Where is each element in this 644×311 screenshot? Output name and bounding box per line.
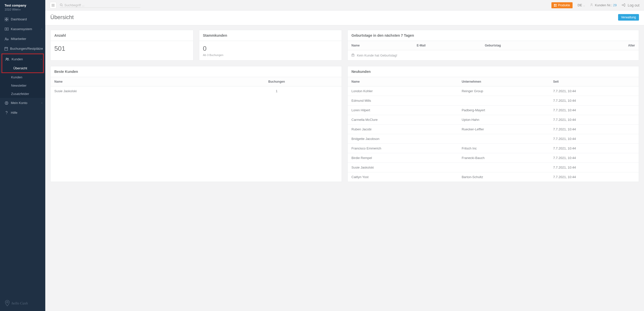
card-stammkunden: Stammkunden 0 Ab 3 Buchungen xyxy=(199,30,342,61)
cell-name: Edmund Mills xyxy=(348,96,458,106)
user-icon xyxy=(590,3,594,7)
table-row[interactable]: London KohlerReinger Group7.7.2021, 10:4… xyxy=(348,86,639,96)
sidebar-sub-newsletter[interactable]: Newsletter xyxy=(0,81,45,90)
cell-name: Susie Jaskolski xyxy=(51,86,212,96)
customer-number-value[interactable]: 29 xyxy=(613,3,617,7)
table-row[interactable]: Francisco EmmerichFritsch Inc7.7.2021, 1… xyxy=(348,144,639,153)
language-selector[interactable]: DE⌄ xyxy=(578,3,585,7)
produkte-button[interactable]: Produkte xyxy=(551,2,573,8)
menu-toggle-button[interactable] xyxy=(50,2,56,9)
svg-point-6 xyxy=(5,38,7,39)
sidebar-item-mitarbeiter[interactable]: Mitarbeiter xyxy=(0,34,45,44)
geburtstage-table: Name E-Mail Geburtstag Alter xyxy=(348,41,639,60)
svg-rect-8 xyxy=(5,47,8,50)
chevron-left-icon: ‹ xyxy=(42,102,42,104)
svg-point-17 xyxy=(7,301,8,303)
cell-seit: 7.7.2021, 10:44 xyxy=(549,153,639,163)
svg-point-27 xyxy=(591,4,592,5)
table-row[interactable]: Edmund Mills7.7.2021, 10:44 xyxy=(348,96,639,106)
sidebar: Test company 1010 Wien▾ Dashboard Kassen… xyxy=(0,0,45,311)
chevron-left-icon: ‹ xyxy=(42,47,42,50)
card-title: Beste Kunden xyxy=(51,66,342,77)
card-neukunden: Neukunden Name Unternehmen Seit London K… xyxy=(347,66,639,182)
card-anzahl: Anzahl 501 xyxy=(50,30,193,61)
svg-point-21 xyxy=(60,4,62,6)
cell-unternehmen: Fritsch Inc xyxy=(458,144,549,153)
cell-unternehmen: Reinger Group xyxy=(458,86,549,96)
sidebar-item-meinkonto[interactable]: Mein Konto ‹ xyxy=(0,98,45,108)
verwaltung-button[interactable]: Verwaltung xyxy=(618,14,639,21)
brand-block[interactable]: Test company 1010 Wien▾ xyxy=(0,0,45,14)
table-row[interactable]: Bridgette Jacobson7.7.2021, 10:44 xyxy=(348,134,639,144)
cell-unternehmen: Franecki-Bauch xyxy=(458,153,549,163)
cell-name: Carmella McClure xyxy=(348,115,458,125)
table-row[interactable]: Carmella McClureUpton-Hahn7.7.2021, 10:4… xyxy=(348,115,639,125)
svg-rect-0 xyxy=(5,18,6,19)
sidebar-item-dashboard[interactable]: Dashboard xyxy=(0,14,45,24)
card-title: Stammkunden xyxy=(199,30,342,41)
cell-name: Caitlyn Yost xyxy=(348,172,458,182)
cell-seit: 7.7.2021, 10:44 xyxy=(549,163,639,172)
sidebar-item-label: Mitarbeiter xyxy=(11,37,26,41)
sidebar-sub-uebersicht[interactable]: Übersicht xyxy=(2,64,43,72)
table-row[interactable]: Birdie RempelFranecki-Bauch7.7.2021, 10:… xyxy=(348,153,639,163)
svg-line-22 xyxy=(62,6,63,6)
col-geburtstag: Geburtstag xyxy=(481,41,579,50)
sidebar-item-buchungen[interactable]: Buchungen/Restplätze ‹ xyxy=(0,44,45,54)
sidebar-item-label: Mein Konto xyxy=(11,101,27,105)
sidebar-item-kassensystem[interactable]: Kassensystem ‹ xyxy=(0,24,45,34)
cell-unternehmen: Padberg-Mayert xyxy=(458,106,549,115)
cell-name: London Kohler xyxy=(348,86,458,96)
col-name: Name xyxy=(348,41,413,50)
sidebar-item-hilfe[interactable]: Hilfe xyxy=(0,108,45,118)
col-unternehmen: Unternehmen xyxy=(458,77,549,86)
svg-rect-3 xyxy=(7,20,8,21)
chevron-left-icon: ‹ xyxy=(42,28,42,30)
page-header: Übersicht Verwaltung xyxy=(45,11,644,25)
company-location: 1010 Wien▾ xyxy=(5,8,41,11)
cell-seit: 7.7.2021, 10:44 xyxy=(549,125,639,134)
cell-seit: 7.7.2021, 10:44 xyxy=(549,172,639,182)
help-icon xyxy=(5,111,9,115)
cell-seit: 7.7.2021, 10:44 xyxy=(549,134,639,144)
pin-icon xyxy=(5,300,10,306)
account-icon xyxy=(5,101,9,105)
sidebar-sub-zusatzfelder[interactable]: Zusatzfelder xyxy=(0,90,45,98)
gift-icon xyxy=(351,54,355,57)
search-icon xyxy=(60,4,63,7)
table-row[interactable]: Loren HilpertPadberg-Mayert7.7.2021, 10:… xyxy=(348,106,639,115)
cell-unternehmen: Ruecker-Leffler xyxy=(458,125,549,134)
table-row[interactable]: Caitlyn YostBarton-Schultz7.7.2021, 10:4… xyxy=(348,172,639,182)
main: Produkte DE⌄ Kunden Nr.: 29 Log out Über… xyxy=(45,0,644,311)
svg-point-5 xyxy=(6,28,7,29)
cell-name: Susie Jaskolski xyxy=(348,163,458,172)
beste-table: Name Buchungen Susie Jaskolski1 xyxy=(51,77,342,96)
table-row[interactable]: Susie Jaskolski7.7.2021, 10:44 xyxy=(348,163,639,172)
sidebar-item-kunden[interactable]: Kunden › xyxy=(2,54,43,64)
table-row[interactable]: Ruben JacobiRuecker-Leffler7.7.2021, 10:… xyxy=(348,125,639,134)
logout-button[interactable]: Log out xyxy=(622,3,639,7)
highlight-annotation: Kunden › Übersicht xyxy=(2,54,44,73)
svg-rect-7 xyxy=(7,39,8,40)
cell-unternehmen xyxy=(458,134,549,144)
anzahl-value: 501 xyxy=(54,45,189,53)
content: Anzahl 501 Stammkunden 0 Ab 3 Buchungen … xyxy=(45,25,644,311)
stammkunden-value: 0 xyxy=(203,45,338,53)
search-input[interactable] xyxy=(64,3,140,7)
cell-seit: 7.7.2021, 10:44 xyxy=(549,96,639,106)
search-field[interactable] xyxy=(60,3,140,8)
chevron-down-icon: ⌄ xyxy=(583,4,585,7)
table-row[interactable]: Susie Jaskolski1 xyxy=(51,86,342,96)
col-name: Name xyxy=(51,77,212,86)
cell-unternehmen xyxy=(458,163,549,172)
sidebar-nav: Dashboard Kassensystem ‹ Mitarbeiter Buc… xyxy=(0,14,45,295)
sidebar-item-label: Kunden xyxy=(12,57,23,61)
produkte-label: Produkte xyxy=(558,4,570,7)
svg-rect-4 xyxy=(5,28,8,30)
page-title: Übersicht xyxy=(50,14,74,21)
sidebar-sub-kunden[interactable]: Kunden xyxy=(0,73,45,81)
cell-name: Loren Hilpert xyxy=(348,106,458,115)
col-seit: Seit xyxy=(549,77,639,86)
sidebar-item-label: Hilfe xyxy=(11,111,17,115)
svg-rect-24 xyxy=(555,4,556,5)
